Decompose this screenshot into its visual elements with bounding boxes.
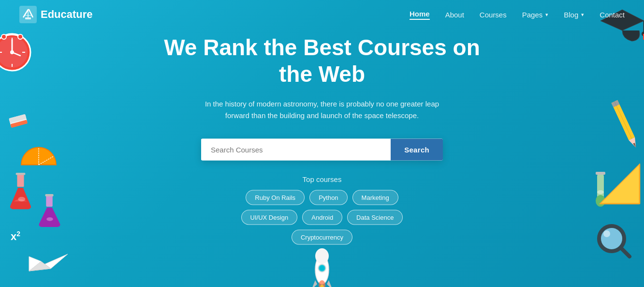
tag-uiux-design[interactable]: UI/UX Design (241, 210, 298, 225)
test-tube-icon (591, 172, 610, 211)
svg-point-3 (0, 37, 28, 68)
svg-rect-16 (46, 196, 52, 207)
blog-dropdown-icon: ▾ (581, 12, 584, 18)
svg-point-33 (596, 195, 605, 207)
svg-point-14 (18, 197, 25, 201)
svg-point-41 (601, 228, 622, 249)
hero-title: We Rank the Best Courses on the Web (153, 34, 491, 87)
svg-rect-1 (25, 17, 31, 19)
svg-rect-13 (17, 174, 24, 187)
svg-marker-22 (29, 257, 41, 271)
brand-name: Educature (41, 8, 93, 21)
svg-point-2 (0, 34, 30, 71)
course-tags-row2: UI/UX Design Android Data Science (153, 210, 491, 225)
tag-cryptocurrency[interactable]: Cryptocurrency (292, 229, 352, 244)
search-input[interactable] (201, 138, 391, 160)
svg-marker-48 (311, 280, 317, 287)
svg-line-31 (615, 102, 632, 139)
tag-marketing[interactable]: Marketing (352, 190, 398, 205)
nav-item-home[interactable]: Home (410, 10, 430, 20)
course-tags: Ruby On Rails Python Marketing (153, 190, 491, 205)
top-courses-label: Top courses (153, 175, 491, 183)
svg-marker-36 (600, 164, 640, 204)
nav-link-contact[interactable]: Contact (600, 11, 625, 19)
flask-red-icon (5, 172, 36, 211)
search-bar: Search (201, 138, 443, 160)
nav-item-contact[interactable]: Contact (600, 11, 625, 19)
tag-data-science[interactable]: Data Science (347, 210, 403, 225)
svg-point-40 (599, 226, 624, 251)
svg-point-47 (320, 266, 324, 271)
svg-point-8 (18, 34, 23, 39)
svg-line-6 (12, 52, 20, 56)
navbar: Educature Home About Courses Pages ▾ Blo… (0, 0, 644, 29)
superscript-icon: x2 (11, 230, 20, 243)
nav-link-about[interactable]: About (445, 11, 464, 19)
svg-rect-32 (597, 173, 604, 199)
nav-item-courses[interactable]: Courses (480, 11, 507, 19)
nav-link-blog[interactable]: Blog ▾ (564, 11, 584, 19)
nav-item-pages[interactable]: Pages ▾ (522, 11, 549, 19)
svg-rect-35 (596, 172, 605, 175)
tag-ruby-on-rails[interactable]: Ruby On Rails (246, 190, 305, 205)
svg-point-25 (642, 31, 644, 36)
magnifier-icon (593, 220, 632, 259)
hero-section: Educature Home About Courses Pages ▾ Blo… (0, 0, 644, 287)
svg-marker-49 (327, 280, 333, 287)
nav-link-home[interactable]: Home (410, 10, 430, 20)
nav-menu: Home About Courses Pages ▾ Blog ▾ (410, 10, 625, 20)
svg-rect-28 (612, 100, 620, 107)
protractor-icon (17, 145, 60, 167)
svg-line-42 (621, 248, 629, 257)
nav-item-about[interactable]: About (445, 11, 464, 19)
logo-link[interactable]: Educature (19, 6, 93, 23)
svg-point-43 (603, 230, 610, 237)
nav-item-blog[interactable]: Blog ▾ (564, 11, 584, 19)
svg-point-45 (315, 248, 329, 264)
svg-point-4 (10, 50, 14, 54)
svg-marker-37 (600, 164, 640, 204)
svg-marker-20 (29, 254, 68, 271)
paper-plane-icon (27, 240, 70, 273)
svg-rect-15 (16, 173, 26, 175)
svg-marker-30 (633, 143, 637, 148)
hero-subtitle: In the history of modern astronomy, ther… (196, 98, 448, 121)
tag-python[interactable]: Python (309, 190, 347, 205)
logo-icon (19, 6, 37, 23)
svg-point-7 (1, 34, 6, 39)
deco-right (538, 0, 644, 287)
deco-left: x2 (0, 0, 106, 287)
eraser-icon (9, 114, 27, 127)
svg-marker-29 (629, 137, 639, 149)
clock-icon (0, 29, 34, 73)
search-button[interactable]: Search (391, 138, 443, 160)
flask-purple-icon (36, 194, 63, 228)
svg-point-17 (46, 217, 53, 221)
pages-dropdown-icon: ▾ (545, 12, 548, 18)
pencil-icon (609, 97, 641, 150)
hero-content: We Rank the Best Courses on the Web In t… (153, 34, 491, 244)
course-tags-row3: Cryptocurrency (153, 229, 491, 244)
svg-rect-27 (612, 100, 635, 140)
top-courses-section: Top courses Ruby On Rails Python Marketi… (153, 175, 491, 244)
svg-rect-19 (45, 194, 53, 196)
svg-marker-21 (29, 261, 51, 271)
nav-link-courses[interactable]: Courses (480, 11, 507, 19)
rocket-icon (307, 246, 337, 287)
nav-link-pages[interactable]: Pages ▾ (522, 11, 549, 19)
tag-android[interactable]: Android (302, 210, 342, 225)
svg-point-34 (597, 190, 604, 194)
set-square-icon (596, 160, 644, 208)
